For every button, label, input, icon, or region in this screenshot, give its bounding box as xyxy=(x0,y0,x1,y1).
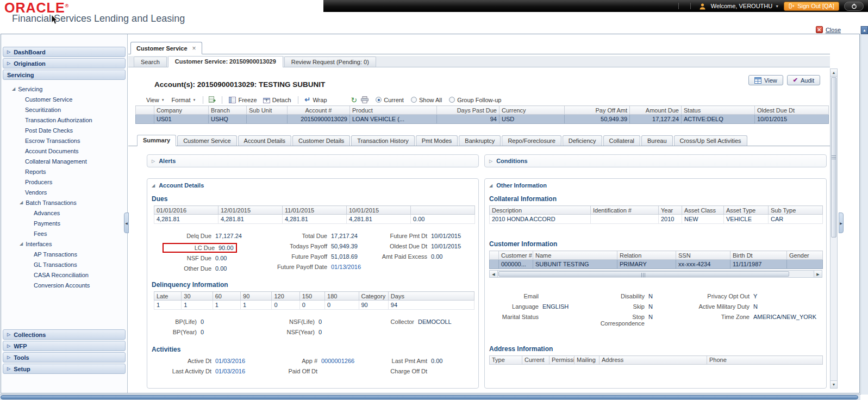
sidebar-item-reports[interactable]: Reports xyxy=(1,166,127,177)
sidebar-item-ap-transactions[interactable]: AP Transactions xyxy=(1,249,127,259)
radio-group-followup[interactable]: Group Follow-up xyxy=(449,97,501,103)
sidebar-section-dashboard[interactable]: ▷ DashBoard xyxy=(3,47,126,57)
sidebar-item-producers[interactable]: Producers xyxy=(1,177,127,187)
print-icon[interactable] xyxy=(361,96,369,103)
scroll-down-button[interactable]: ▼ xyxy=(830,380,837,388)
col-status[interactable]: Status xyxy=(682,106,755,115)
scrollbar-thumb[interactable] xyxy=(1,395,858,399)
tab-deficiency[interactable]: Deficiency xyxy=(563,135,602,146)
sidebar-item-account-documents[interactable]: Account Documents xyxy=(1,146,127,156)
tab-summary[interactable]: Summary xyxy=(137,135,176,146)
other-information-header[interactable]: ◢ Other Information xyxy=(485,179,826,190)
tab-cross-up-sell[interactable]: Cross/Up Sell Activities xyxy=(674,135,747,146)
freeze-button[interactable]: Freeze xyxy=(228,97,258,103)
account-details-header[interactable]: ◢ Account Details xyxy=(147,179,478,190)
col-currency[interactable]: Currency xyxy=(499,106,565,115)
tab-repo-foreclosure[interactable]: Repo/Foreclosure xyxy=(502,135,561,146)
col-pay-off-amt[interactable]: Pay Off Amt xyxy=(565,106,630,115)
sidebar-item-collateral-management[interactable]: Collateral Management xyxy=(1,156,127,166)
outer-vertical-scrollbar[interactable]: ▲ xyxy=(860,26,868,395)
tab-transaction-history[interactable]: Transaction History xyxy=(351,135,414,146)
tree-node-servicing[interactable]: ◢ Servicing xyxy=(1,84,127,94)
view-button[interactable]: View xyxy=(748,75,783,85)
row-selector-cell[interactable] xyxy=(136,115,154,124)
export-icon[interactable] xyxy=(209,96,216,103)
subtab-search[interactable]: Search xyxy=(134,57,167,67)
sidebar-section-wfp[interactable]: ▷ WFP xyxy=(3,341,126,351)
vertical-scrollbar[interactable]: ▲ ▼ xyxy=(830,68,838,389)
audit-button[interactable]: ✔ Audit xyxy=(787,75,820,85)
col-sub-unit[interactable]: Sub Unit xyxy=(247,106,288,115)
tab-pmt-modes[interactable]: Pmt Modes xyxy=(416,135,458,146)
col-account-number[interactable]: Account # xyxy=(288,106,350,115)
sidebar-item-securitization[interactable]: Securitization xyxy=(1,104,127,115)
col-company[interactable]: Company xyxy=(154,106,209,115)
scroll-up-button[interactable]: ▲ xyxy=(830,69,837,77)
tab-customer-service-detail[interactable]: Customer Service xyxy=(177,135,236,146)
tab-bankruptcy[interactable]: Bankruptcy xyxy=(459,135,501,146)
sidebar-item-post-date-checks[interactable]: Post Date Checks xyxy=(1,125,127,135)
sidebar-item-fees[interactable]: Fees xyxy=(1,228,127,239)
customer-horizontal-scrollbar[interactable]: ◀ ▶ xyxy=(489,270,822,278)
horizontal-scrollbar[interactable] xyxy=(0,394,860,400)
sidebar-item-transaction-authorization[interactable]: Transaction Authorization xyxy=(1,115,127,125)
scrollbar-track[interactable] xyxy=(498,271,814,277)
sidebar-section-collections[interactable]: ▷ Collections xyxy=(3,329,126,340)
format-menu[interactable]: Format ▼ xyxy=(170,97,198,103)
sign-out-button[interactable]: Sign Out [QA] xyxy=(784,2,839,11)
sidebar-item-advances[interactable]: Advances xyxy=(1,208,127,218)
tab-customer-service[interactable]: Customer Service × xyxy=(130,42,202,54)
power-button[interactable] xyxy=(844,2,864,11)
view-menu[interactable]: View ▼ xyxy=(145,97,166,103)
close-label[interactable]: Close xyxy=(826,27,841,33)
sidebar-section-origination[interactable]: ▷ Origination xyxy=(3,58,126,68)
sidebar-item-casa-reconciliation[interactable]: CASA Reconciliation xyxy=(1,270,127,280)
dues-value-row[interactable]: 4,281.81 4,281.81 4,281.81 4,281.81 0.00 xyxy=(154,215,475,224)
sidebar-section-setup[interactable]: ▷ Setup xyxy=(3,364,126,374)
col-product[interactable]: Product xyxy=(350,106,437,115)
tab-account-details[interactable]: Account Details xyxy=(238,135,291,146)
tab-collateral[interactable]: Collateral xyxy=(603,135,640,146)
collapsed-arrow-icon[interactable]: ▷ xyxy=(152,159,155,164)
scrollbar-thumb[interactable] xyxy=(498,271,789,277)
row-selector-cell[interactable] xyxy=(490,260,499,269)
sidebar-section-tools[interactable]: ▷ Tools xyxy=(3,352,126,362)
customer-row[interactable]: 000000... SUBUNIT TESTING PRIMARY xx-xxx… xyxy=(490,260,823,269)
sidebar-section-servicing[interactable]: Servicing xyxy=(3,70,126,80)
alerts-panel[interactable]: ▷ Alerts xyxy=(147,154,479,167)
expanded-arrow-icon[interactable]: ◢ xyxy=(152,183,155,188)
sidebar-item-escrow-transactions[interactable]: Escrow Transactions xyxy=(1,135,127,146)
collapsed-arrow-icon[interactable]: ▷ xyxy=(489,159,492,164)
close-button[interactable]: ✕ Close xyxy=(816,26,841,33)
sidebar-item-customer-service[interactable]: Customer Service xyxy=(1,94,127,104)
collateral-row[interactable]: 2010 HONDA ACCORD 2010 NEW VEHICLE CAR xyxy=(490,215,823,224)
detach-button[interactable]: Detach xyxy=(262,97,292,103)
expanded-arrow-icon[interactable]: ◢ xyxy=(20,200,23,205)
subtab-customer-service-account[interactable]: Customer Service: 20150900013029 xyxy=(168,56,283,67)
expanded-arrow-icon[interactable]: ◢ xyxy=(12,86,15,91)
conditions-panel[interactable]: ▷ Conditions xyxy=(484,154,827,167)
collateral-description-link[interactable]: 2010 HONDA ACCORD xyxy=(490,215,591,224)
close-icon[interactable]: ✕ xyxy=(816,26,823,33)
col-branch[interactable]: Branch xyxy=(209,106,247,115)
wrap-button[interactable]: ↵ Wrap xyxy=(304,97,328,103)
sidebar-item-gl-transactions[interactable]: GL Transactions xyxy=(1,259,127,270)
tree-node-interfaces[interactable]: ◢ Interfaces xyxy=(1,239,127,249)
radio-show-all[interactable]: Show All xyxy=(411,97,442,103)
tab-customer-details[interactable]: Customer Details xyxy=(292,135,350,146)
sidebar-item-payments[interactable]: Payments xyxy=(1,218,127,228)
expanded-arrow-icon[interactable]: ◢ xyxy=(489,183,492,188)
right-panel-expand-handle[interactable]: ▶ xyxy=(839,212,844,233)
tab-close-icon[interactable]: × xyxy=(192,45,196,52)
scroll-up-button[interactable]: ▲ xyxy=(861,26,868,34)
expanded-arrow-icon[interactable]: ◢ xyxy=(20,241,23,246)
col-days-past-due[interactable]: Days Past Due xyxy=(437,106,499,115)
tab-bureau[interactable]: Bureau xyxy=(641,135,672,146)
tree-node-batch-transactions[interactable]: ◢ Batch Transactions xyxy=(1,197,127,208)
scrollbar-thumb[interactable] xyxy=(831,77,836,238)
col-amount-due[interactable]: Amount Due xyxy=(630,106,682,115)
subtab-review-request[interactable]: Review Request (Pending: 0) xyxy=(284,57,376,67)
refresh-icon[interactable]: ↻ xyxy=(351,97,358,103)
sidebar-item-conversion-accounts[interactable]: Conversion Accounts xyxy=(1,280,127,290)
radio-current[interactable]: Current xyxy=(376,97,404,103)
